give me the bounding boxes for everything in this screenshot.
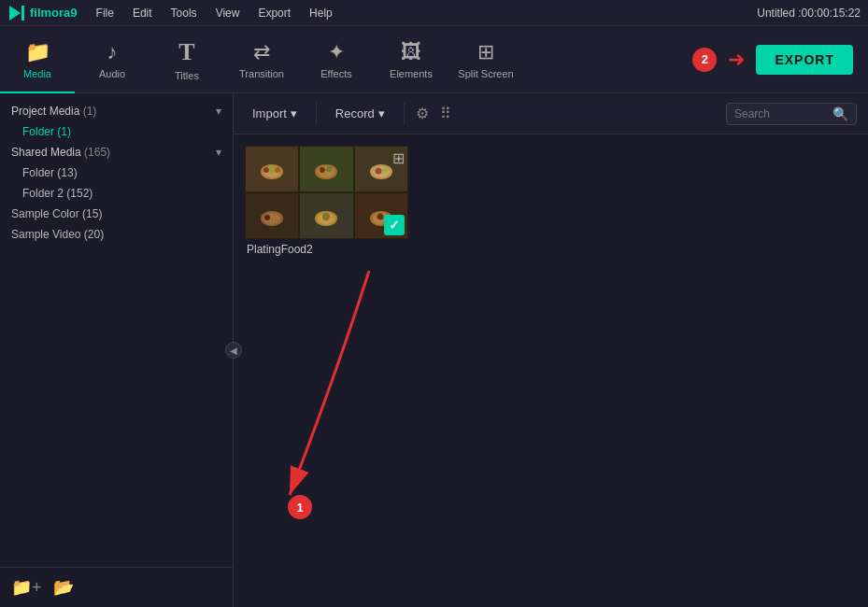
expand-icon: ▾: [216, 105, 221, 118]
title-text: Untitled: [757, 7, 795, 20]
transition-icon: ⇄: [253, 40, 270, 64]
svg-marker-0: [9, 6, 21, 21]
transition-label: Transition: [239, 68, 284, 79]
badge-2: 2: [692, 48, 717, 72]
project-title: Untitled :00:00:15:22: [757, 7, 861, 20]
sidebar-item-sample-video[interactable]: Sample Video (20): [0, 224, 233, 245]
svg-point-14: [382, 167, 388, 173]
svg-point-17: [264, 215, 270, 220]
menu-file[interactable]: File: [89, 5, 121, 21]
menu-tools[interactable]: Tools: [164, 5, 205, 21]
app-logo: filmora9: [7, 4, 78, 22]
effects-icon: ✦: [328, 40, 345, 64]
filter-icon[interactable]: ⚙: [416, 105, 429, 122]
media-item-platingfood2[interactable]: ⊞ ✓ PlatingFood2: [245, 146, 408, 260]
titles-icon: T: [178, 38, 194, 66]
splitscreen-icon: ⊞: [477, 40, 494, 64]
main-toolbar: 📁 Media ♪ Audio T Titles ⇄ Transition ✦ …: [0, 26, 868, 93]
new-folder-button[interactable]: 📁+: [11, 577, 42, 598]
arrow-icon: ➜: [728, 48, 745, 72]
effects-label: Effects: [320, 68, 351, 79]
import-dropdown-icon: ▾: [291, 106, 297, 120]
shared-expand-icon: ▾: [216, 146, 221, 159]
search-icon: 🔍: [832, 106, 848, 121]
sidebar-collapse-button[interactable]: ◀: [225, 342, 242, 359]
svg-point-23: [377, 214, 383, 220]
sidebar-item-folder-1[interactable]: Folder (1): [0, 121, 233, 142]
sample-video-label: Sample Video (20): [11, 228, 104, 241]
elements-icon: 🖼: [401, 40, 421, 64]
export-area: 2 ➜ EXPORT: [692, 45, 853, 75]
sidebar-item-sample-color[interactable]: Sample Color (15): [0, 204, 233, 224]
thumb-cell-2: [299, 146, 353, 192]
menu-view[interactable]: View: [208, 5, 248, 21]
sidebar-item-project-media[interactable]: Project Media (1) ▾: [0, 101, 233, 121]
thumb-cell-1: [245, 146, 299, 192]
toolbar-splitscreen[interactable]: ⊞ Split Screen: [448, 26, 523, 93]
sample-color-label: Sample Color (15): [11, 207, 102, 220]
app-name: filmora9: [30, 6, 78, 20]
grid-view-icon[interactable]: ⠿: [440, 105, 451, 122]
svg-point-13: [375, 168, 381, 175]
audio-icon: ♪: [107, 40, 118, 64]
record-dropdown-icon: ▾: [378, 106, 385, 120]
media-icon: 📁: [25, 40, 50, 64]
media-grid: ⊞ ✓ PlatingFood2: [234, 134, 868, 607]
menu-edit[interactable]: Edit: [125, 5, 160, 21]
export-button[interactable]: EXPORT: [756, 45, 853, 75]
svg-point-8: [318, 166, 334, 177]
svg-point-6: [275, 167, 280, 173]
svg-point-9: [320, 167, 325, 173]
grid-overlay-icon: ⊞: [392, 149, 405, 167]
svg-point-10: [326, 166, 332, 172]
new-group-button[interactable]: 📂: [53, 577, 74, 598]
elements-label: Elements: [390, 68, 433, 79]
toolbar-elements[interactable]: 🖼 Elements: [374, 26, 448, 93]
search-input[interactable]: [734, 107, 827, 120]
toolbar-titles[interactable]: T Titles: [149, 26, 224, 93]
sidebar-content: Project Media (1) ▾ Folder (1) Shared Me…: [0, 93, 233, 567]
main-area: Project Media (1) ▾ Folder (1) Shared Me…: [0, 93, 868, 607]
titles-label: Titles: [175, 70, 199, 81]
import-label: Import: [252, 106, 287, 120]
menu-export[interactable]: Export: [250, 5, 298, 21]
sidebar-item-folder-13[interactable]: Folder (13): [0, 162, 233, 183]
svg-point-4: [263, 167, 269, 173]
svg-rect-1: [21, 6, 24, 21]
filmora-logo-icon: [7, 4, 26, 22]
thumb-cell-4: [245, 192, 299, 239]
svg-point-5: [269, 166, 276, 173]
splitscreen-label: Split Screen: [458, 68, 513, 79]
project-media-label: Project Media (1): [11, 105, 96, 118]
timecode: :00:00:15:22: [798, 7, 861, 20]
toolbar-effects[interactable]: ✦ Effects: [299, 26, 374, 93]
media-label: Media: [23, 68, 51, 79]
separator-2: [404, 103, 405, 125]
media-item-name: PlatingFood2: [245, 239, 408, 260]
svg-point-20: [322, 213, 330, 220]
record-label: Record: [335, 106, 375, 120]
thumb-cell-5: [299, 192, 353, 239]
menu-help[interactable]: Help: [302, 5, 340, 21]
content-toolbar: Import ▾ Record ▾ ⚙ ⠿ 🔍: [234, 93, 868, 134]
check-overlay: ✓: [384, 215, 405, 235]
shared-media-label: Shared Media (165): [11, 146, 110, 159]
menu-bar: filmora9 File Edit Tools View Export Hel…: [0, 0, 868, 26]
search-box: 🔍: [726, 103, 857, 125]
record-button[interactable]: Record ▾: [328, 103, 392, 124]
sidebar-item-shared-media[interactable]: Shared Media (165) ▾: [0, 142, 233, 162]
content-panel: Import ▾ Record ▾ ⚙ ⠿ 🔍: [234, 93, 868, 607]
import-button[interactable]: Import ▾: [245, 103, 305, 124]
toolbar-media[interactable]: 📁 Media: [0, 26, 75, 93]
sidebar-item-folder-2[interactable]: Folder 2 (152): [0, 183, 233, 204]
sidebar: Project Media (1) ▾ Folder (1) Shared Me…: [0, 93, 234, 607]
toolbar-audio[interactable]: ♪ Audio: [75, 26, 149, 93]
audio-label: Audio: [99, 68, 125, 79]
folder-2-label: Folder 2 (152): [22, 187, 92, 200]
folder-1-label: Folder (1): [22, 125, 71, 138]
toolbar-transition[interactable]: ⇄ Transition: [224, 26, 299, 93]
media-thumbnail: ⊞ ✓: [245, 146, 408, 239]
separator-1: [316, 103, 317, 125]
folder-13-label: Folder (13): [22, 166, 78, 179]
sidebar-bottom: 📁+ 📂: [0, 567, 233, 607]
